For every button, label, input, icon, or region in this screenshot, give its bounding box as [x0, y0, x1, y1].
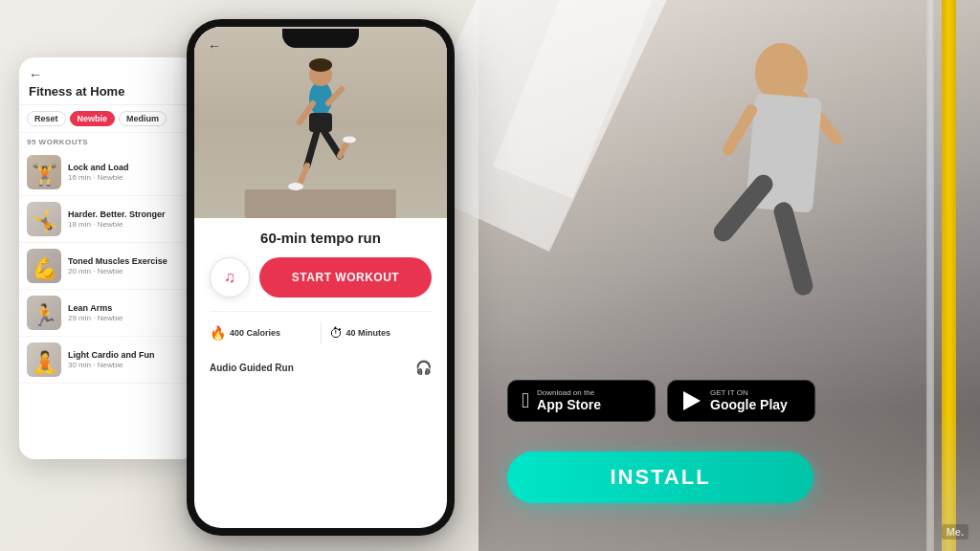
- svg-marker-12: [683, 391, 701, 410]
- svg-point-10: [288, 183, 303, 190]
- app-store-button[interactable]:  Download on the App Store: [507, 380, 656, 422]
- svg-point-11: [343, 137, 356, 143]
- music-button[interactable]: ♫: [210, 257, 250, 298]
- list-item[interactable]: 🤸 Harder. Better. Stronger 18 min · Newb…: [19, 196, 196, 243]
- phone-notch: [282, 29, 359, 48]
- svg-line-9: [340, 142, 347, 156]
- workout-thumb-icon: 🧘: [27, 342, 61, 377]
- install-button[interactable]: INSTALL: [507, 452, 813, 503]
- workout-name: Lock and Load: [68, 163, 189, 172]
- calories-value: 400 Calories: [230, 328, 280, 338]
- workout-name: Harder. Better. Stronger: [68, 209, 189, 219]
- workout-thumb-icon: 🏃: [27, 296, 61, 330]
- google-play-button[interactable]: GET IT ON Google Play: [667, 380, 815, 422]
- svg-line-7: [300, 165, 307, 185]
- phone-hero-image: ←: [194, 27, 447, 218]
- music-icon: ♫: [224, 269, 235, 286]
- workout-thumbnail: 🏃: [27, 296, 61, 330]
- back-button-small[interactable]: ←: [29, 67, 187, 82]
- phone-screen: ←: [194, 27, 447, 528]
- workout-title-big: 60-min tempo run: [210, 230, 432, 246]
- workout-meta: 16 min · Newbie: [68, 173, 189, 182]
- svg-rect-5: [309, 113, 332, 132]
- small-phone-header: ← Fitness at Home: [19, 57, 196, 105]
- workout-thumb-icon: 🤸: [27, 202, 61, 236]
- minutes-stat: ⏱ 40 Minutes: [329, 325, 433, 341]
- workout-name: Light Cardio and Fun: [68, 350, 189, 360]
- phone-back-button[interactable]: ←: [208, 38, 221, 54]
- runner-svg: [273, 46, 368, 218]
- workout-info: Lean Arms 29 min · Newbie: [68, 303, 189, 322]
- workout-name: Toned Muscles Exercise: [68, 256, 189, 266]
- start-workout-button[interactable]: START Workout: [259, 257, 432, 298]
- google-play-svg: [681, 390, 702, 411]
- filter-medium[interactable]: Medium: [119, 111, 167, 126]
- google-play-name: Google Play: [710, 397, 788, 413]
- apple-icon: : [522, 388, 529, 413]
- svg-line-6: [307, 132, 317, 165]
- svg-point-0: [309, 81, 332, 116]
- workout-stats: 🔥 400 Calories ⏱ 40 Minutes: [210, 311, 432, 344]
- google-play-sub: GET IT ON: [710, 388, 788, 398]
- app-store-text: Download on the App Store: [537, 388, 601, 413]
- phone-content: 60-min tempo run ♫ START Workout 🔥 400 C…: [194, 218, 447, 528]
- calories-stat: 🔥 400 Calories: [210, 325, 313, 341]
- big-phone-mockup: ←: [187, 19, 455, 536]
- workout-meta: 29 min · Newbie: [68, 314, 189, 322]
- store-buttons-container:  Download on the App Store GET IT ON Go…: [507, 380, 815, 422]
- workout-meta: 18 min · Newbie: [68, 220, 189, 229]
- install-label: INSTALL: [610, 465, 710, 490]
- list-item[interactable]: 🏃 Lean Arms 29 min · Newbie: [19, 290, 196, 337]
- workout-info: Harder. Better. Stronger 18 min · Newbie: [68, 209, 189, 229]
- svg-line-8: [324, 132, 340, 156]
- minutes-value: 40 Minutes: [346, 328, 391, 338]
- workout-actions: ♫ START Workout: [210, 257, 432, 298]
- workout-thumbnail: 💪: [27, 249, 61, 283]
- filter-newbie[interactable]: Newbie: [70, 111, 116, 126]
- app-store-name: App Store: [537, 397, 601, 413]
- workout-thumb-icon: 💪: [27, 249, 61, 283]
- audio-guided-row: Audio Guided Run 🎧: [210, 354, 432, 381]
- google-play-text: GET IT ON Google Play: [710, 388, 788, 413]
- fire-icon: 🔥: [210, 325, 226, 341]
- workout-info: Toned Muscles Exercise 20 min · Newbie: [68, 256, 189, 276]
- right-content-area:  Download on the App Store GET IT ON Go…: [479, 0, 980, 551]
- airpods-icon: 🎧: [415, 360, 432, 375]
- list-item[interactable]: 💪 Toned Muscles Exercise 20 min · Newbie: [19, 243, 196, 290]
- list-item[interactable]: 🏋 Lock and Load 16 min · Newbie: [19, 149, 196, 196]
- workout-thumbnail: 🏋: [27, 155, 61, 189]
- workout-meta: 30 min · Newbie: [68, 361, 189, 369]
- workout-name: Lean Arms: [68, 303, 189, 313]
- workout-meta: 20 min · Newbie: [68, 267, 189, 276]
- clock-icon: ⏱: [329, 325, 343, 341]
- workout-info: Light Cardio and Fun 30 min · Newbie: [68, 350, 189, 369]
- small-phone-title: Fitness at Home: [29, 84, 187, 99]
- workout-thumbnail: 🧘: [27, 342, 61, 377]
- workout-thumbnail: 🤸: [27, 202, 61, 236]
- audio-guided-label: Audio Guided Run: [210, 363, 294, 373]
- workout-info: Lock and Load 16 min · Newbie: [68, 163, 189, 182]
- google-play-icon: [681, 390, 702, 411]
- filter-bar: Reset Newbie Medium: [19, 105, 196, 133]
- stat-divider: [321, 321, 322, 344]
- filter-reset[interactable]: Reset: [27, 111, 66, 126]
- svg-point-2: [309, 58, 332, 72]
- me-branding: Me.: [942, 524, 969, 540]
- small-phone-mockup: ← Fitness at Home Reset Newbie Medium 95…: [19, 57, 196, 459]
- list-item[interactable]: 🧘 Light Cardio and Fun 30 min · Newbie: [19, 337, 196, 384]
- app-store-sub: Download on the: [537, 388, 601, 398]
- workout-list: 🏋 Lock and Load 16 min · Newbie 🤸 Harder…: [19, 149, 196, 384]
- workout-thumb-icon: 🏋: [27, 155, 61, 189]
- workouts-count-label: 95 WORKOUTS: [19, 133, 196, 149]
